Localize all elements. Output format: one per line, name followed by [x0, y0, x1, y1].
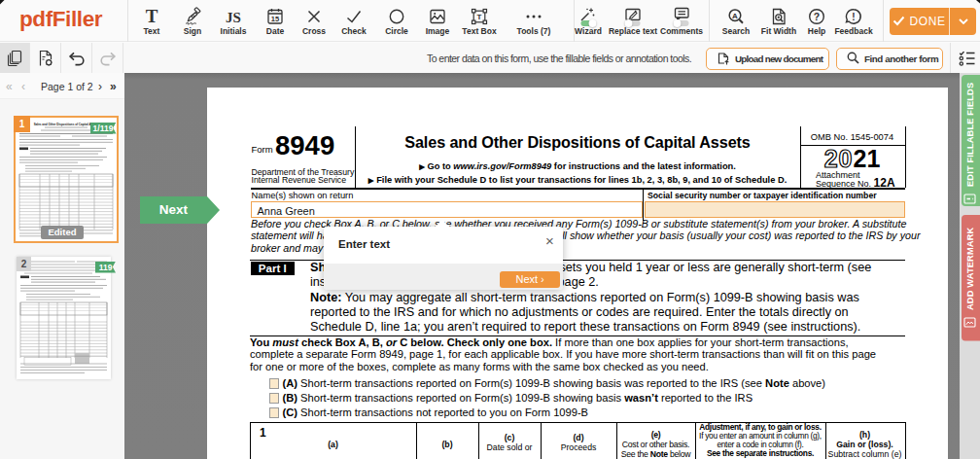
svg-text:T: T: [146, 7, 158, 26]
svg-text:!: !: [852, 12, 855, 22]
svg-text:?: ?: [814, 11, 820, 22]
svg-text:T: T: [477, 13, 482, 21]
svg-text:Sales and Other Dispositions o: Sales and Other Dispositions of Capital …: [34, 123, 99, 126]
svg-text:EDIT FILLABLE FIELDS: EDIT FILLABLE FIELDS: [965, 83, 975, 187]
svg-text:15: 15: [271, 15, 279, 23]
svg-text:A: A: [732, 12, 738, 20]
svg-text:ADD WATERMARK: ADD WATERMARK: [965, 227, 975, 310]
svg-text:JS: JS: [226, 10, 241, 25]
